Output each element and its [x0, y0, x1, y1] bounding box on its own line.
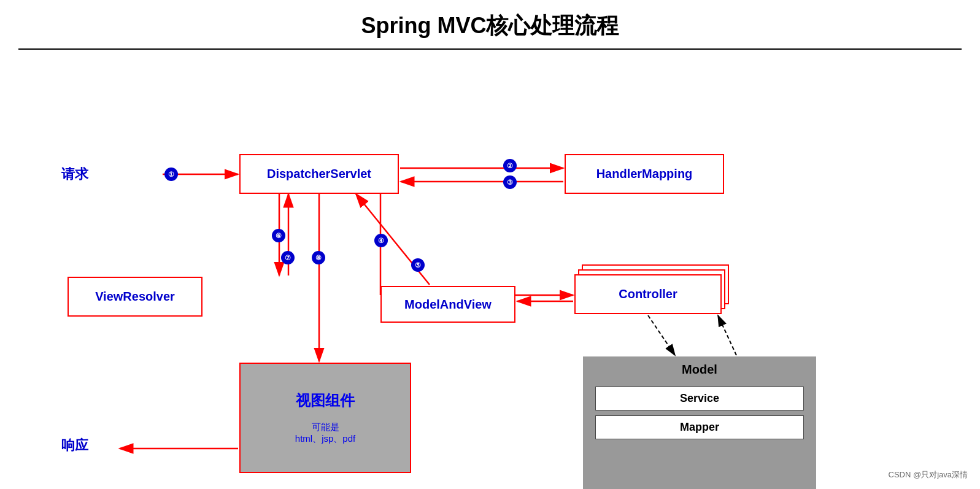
num-5: ⑤: [411, 258, 425, 272]
model-and-view-box: ModelAndView: [380, 286, 515, 323]
svg-line-16: [718, 315, 736, 355]
view-component-box: 视图组件 可能是html、jsp、pdf: [239, 363, 411, 473]
num-1: ①: [164, 167, 178, 181]
view-subtitle: 可能是html、jsp、pdf: [295, 422, 355, 445]
svg-line-15: [648, 315, 675, 355]
num-4: ④: [374, 234, 388, 247]
response-label: 响应: [61, 436, 88, 455]
num-6: ⑥: [272, 229, 285, 242]
num-8: ⑧: [312, 251, 325, 264]
page-title: Spring MVC核心处理流程: [0, 0, 980, 48]
service-box: Service: [595, 387, 804, 410]
model-title: Model: [583, 356, 816, 382]
mapper-box: Mapper: [595, 415, 804, 439]
view-resolver-box: ViewResolver: [68, 277, 203, 317]
title-divider: [18, 48, 962, 50]
arrows-svg: [0, 56, 980, 485]
view-title: 视图组件: [296, 391, 355, 410]
model-container: Model Service Mapper: [583, 356, 816, 489]
request-label: 请求: [61, 165, 88, 183]
num-7: ⑦: [281, 251, 295, 264]
num-3: ③: [503, 175, 517, 189]
diagram-area: ① ② ③ ④ ⑤ ⑥ ⑦ ⑧ ⑨ 请求 响应 DispatcherServle…: [0, 56, 980, 485]
watermark: CSDN @只对java深情: [889, 469, 968, 480]
handler-mapping-box: HandlerMapping: [565, 154, 724, 194]
num-2: ②: [503, 159, 517, 172]
controller-box: Controller: [574, 274, 722, 314]
dispatcher-servlet-box: DispatcherServlet: [239, 154, 399, 194]
